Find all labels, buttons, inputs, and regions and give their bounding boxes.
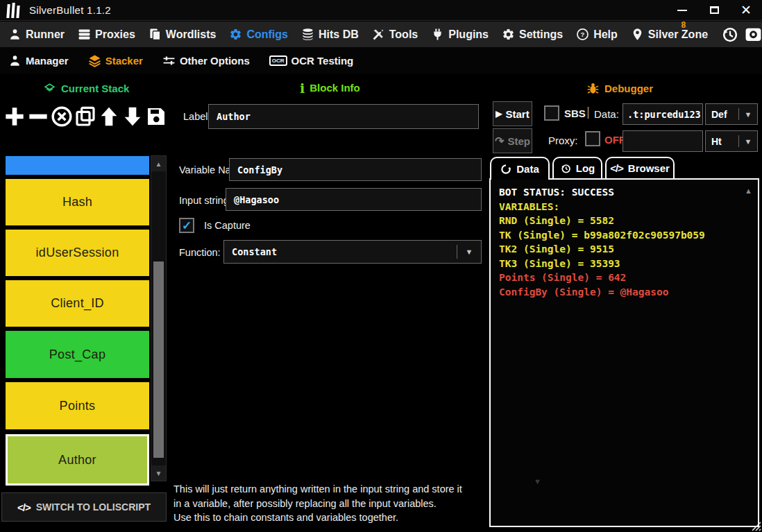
block-info-header: i Block Info: [300, 82, 360, 94]
resize-grip[interactable]: [749, 519, 761, 531]
tab-data[interactable]: Data: [490, 157, 550, 180]
submenu-other-options-label: Other Options: [180, 55, 250, 67]
svg-text:?: ?: [581, 31, 585, 38]
title-bar: SilverBullet 1.1.2 ✕: [0, 0, 762, 21]
stacker-icon: [88, 54, 101, 67]
variable-name-field[interactable]: ConfigBy: [229, 158, 482, 181]
proxy-type-dropdown[interactable]: Ht ▼: [705, 130, 758, 152]
block-label: Hash: [62, 195, 92, 209]
tab-log-label: Log: [576, 162, 595, 174]
log-tab-icon: [560, 163, 571, 174]
clone-block-button[interactable]: [74, 103, 97, 130]
move-down-button[interactable]: [121, 103, 144, 130]
start-button[interactable]: ▶ Start: [493, 101, 532, 126]
tools-icon: [372, 28, 385, 41]
log-scroll-up-icon[interactable]: ▲: [745, 187, 752, 195]
move-up-button[interactable]: [97, 103, 121, 130]
scrollbar-thumb[interactable]: [153, 261, 164, 458]
history-icon[interactable]: [721, 26, 738, 43]
log-line: TK (Single) = b99a802f02c90597b059: [499, 228, 750, 243]
app-logo-icon: [7, 3, 19, 18]
debugger-log-panel[interactable]: BOT STATUS: SUCCESS VARIABLES: RND (Sing…: [489, 178, 759, 527]
stack-block-hash[interactable]: Hash: [6, 179, 149, 225]
data-input[interactable]: .t:purcedu123: [623, 103, 703, 125]
stack-block-idusersession[interactable]: idUserSession: [6, 230, 149, 276]
input-string-field[interactable]: @Hagasoo: [226, 188, 482, 211]
submenu-stacker[interactable]: Stacker: [88, 54, 143, 67]
save-stack-button[interactable]: [144, 103, 168, 130]
minus-icon: [27, 105, 49, 128]
bug-icon: [586, 82, 600, 95]
menu-configs[interactable]: Configs: [229, 28, 288, 41]
is-capture-checkbox[interactable]: ✓: [179, 218, 194, 233]
minimize-button[interactable]: [666, 0, 698, 21]
menu-plugins[interactable]: Plugins: [431, 28, 489, 41]
close-icon: ✕: [740, 2, 752, 18]
block-label: Points: [60, 399, 96, 413]
tab-log[interactable]: Log: [552, 157, 602, 178]
stack-scrollbar[interactable]: ▲ ▼: [151, 155, 167, 481]
maximize-button[interactable]: [698, 0, 730, 21]
configs-icon: [229, 28, 242, 41]
stack-toolbar: [3, 101, 168, 132]
is-capture-label: Is Capture: [204, 220, 251, 231]
manager-icon: [8, 54, 22, 67]
menu-configs-label: Configs: [246, 28, 288, 41]
proxy-input[interactable]: [623, 130, 703, 152]
debugger-title: Debugger: [604, 83, 653, 94]
proxy-checkbox[interactable]: [585, 131, 600, 146]
tab-browser[interactable]: </> Browser: [605, 157, 675, 178]
stack-block-points[interactable]: Points: [6, 382, 149, 429]
log-line: BOT STATUS: SUCCESS: [499, 185, 750, 200]
submenu-manager[interactable]: Manager: [8, 54, 69, 67]
help-icon: ?: [576, 28, 589, 41]
ocr-icon: OCR: [269, 55, 287, 66]
add-block-button[interactable]: [3, 103, 26, 130]
menu-runner[interactable]: Runner: [8, 28, 65, 41]
clear-stack-button[interactable]: [50, 103, 74, 130]
tab-browser-label: Browser: [628, 162, 670, 174]
menu-tools-label: Tools: [389, 28, 418, 41]
stack-block-post-cap[interactable]: Post_Cap: [6, 331, 149, 378]
block-label: idUserSession: [36, 246, 119, 260]
scroll-down-icon: ▼: [155, 470, 162, 477]
menu-proxies[interactable]: Proxies: [78, 28, 135, 41]
remove-block-button[interactable]: [26, 103, 50, 130]
camera-icon[interactable]: [745, 26, 762, 43]
scroll-up-button[interactable]: ▲: [151, 156, 166, 171]
log-scroll-down-icon[interactable]: ▼: [534, 477, 541, 486]
function-dropdown[interactable]: Constant ▼: [223, 240, 482, 264]
menu-tools[interactable]: Tools: [372, 28, 418, 41]
play-icon: ▶: [496, 109, 502, 119]
step-button-label: Step: [507, 135, 530, 147]
menu-help[interactable]: ? Help: [576, 28, 618, 41]
label-field[interactable]: Author: [208, 104, 479, 129]
wordlists-icon: [149, 28, 162, 41]
step-button[interactable]: ↷ Step: [493, 128, 532, 153]
menu-hitsdb[interactable]: Hits DB: [301, 28, 359, 41]
scroll-down-button[interactable]: ▼: [151, 465, 166, 481]
menu-right-icons: [721, 26, 762, 43]
menu-settings[interactable]: Settings: [502, 28, 563, 41]
sbs-checkbox[interactable]: [544, 105, 559, 121]
arrow-down-icon: [121, 105, 144, 128]
stack-block-partial[interactable]: [6, 156, 149, 175]
stack-block-author[interactable]: Author: [6, 434, 149, 486]
input-string-label: Input string:: [179, 195, 232, 206]
maximize-icon: [710, 6, 719, 14]
plus-icon: [3, 105, 26, 128]
silver-zone-pin-icon: [631, 28, 644, 41]
menu-silver-zone[interactable]: Silver Zone 8: [631, 28, 708, 41]
submenu-ocr-testing[interactable]: OCR OCR Testing: [269, 55, 354, 67]
menu-wordlists[interactable]: Wordlists: [149, 28, 217, 41]
stack-block-client-id[interactable]: Client_ID: [6, 280, 149, 327]
code-icon: </>: [17, 501, 31, 513]
start-button-label: Start: [506, 108, 530, 120]
switch-to-loliscript-button[interactable]: </> SWITCH TO LOLISCRIPT: [1, 492, 167, 522]
block-info-title: Block Info: [310, 82, 360, 94]
close-button[interactable]: ✕: [730, 0, 762, 21]
submenu-other-options[interactable]: Other Options: [162, 54, 250, 67]
tab-data-label: Data: [516, 163, 539, 175]
clone-icon: [74, 105, 96, 128]
wordlist-type-dropdown[interactable]: Def ▼: [705, 103, 758, 125]
